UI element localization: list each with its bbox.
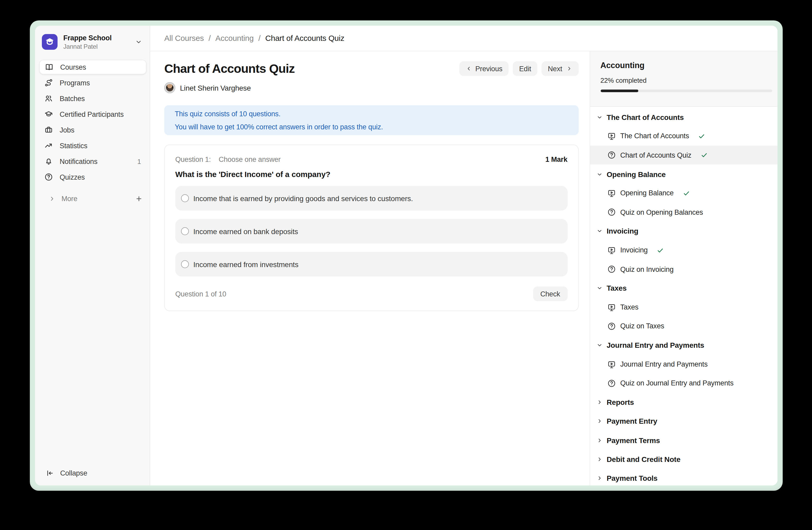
outline-chapter-payment-entry[interactable]: Payment Entry — [590, 412, 777, 431]
outline-lesson-the-chart-of-accounts[interactable]: The Chart of Accounts — [590, 127, 777, 146]
course-progress-label: 22% completed — [600, 76, 772, 84]
bell-icon — [44, 157, 53, 166]
sidebar-item-certified-participants[interactable]: Certified Participants — [39, 107, 146, 122]
outline-chapter-reports[interactable]: Reports — [590, 393, 777, 412]
check-icon — [683, 190, 690, 197]
outline-lesson-quiz-on-opening-balances[interactable]: Quiz on Opening Balances — [590, 203, 777, 222]
quiz-notice: This quiz consists of 10 questions. You … — [164, 105, 578, 135]
outline-lesson-quiz-on-journal-entry-and-payments[interactable]: Quiz on Journal Entry and Payments — [590, 374, 777, 393]
collapse-sidebar-icon — [46, 469, 54, 477]
outline-chapter-payment-tools[interactable]: Payment Tools — [590, 469, 777, 485]
more-label: More — [61, 195, 77, 203]
question-marks: 1 Mark — [546, 155, 567, 164]
previous-button[interactable]: Previous — [459, 61, 509, 76]
outline-chapter-debit-and-credit-note[interactable]: Debit and Credit Note — [590, 450, 777, 469]
breadcrumb: All Courses / Accounting / Chart of Acco… — [150, 25, 777, 51]
outline-chapter-payment-terms[interactable]: Payment Terms — [590, 431, 777, 450]
user-name: Jannat Patel — [63, 43, 129, 50]
outline-lesson-journal-entry-and-payments[interactable]: Journal Entry and Payments — [590, 355, 777, 374]
sidebar-item-statistics[interactable]: Statistics — [39, 138, 146, 153]
course-outline: Accounting 22% completed The Chart of Ac… — [589, 51, 777, 485]
lesson-label: Invoicing — [620, 246, 648, 254]
answer-option-label: Income earned on bank deposits — [193, 227, 298, 235]
sidebar-item-jobs[interactable]: Jobs — [39, 123, 146, 137]
outline-lesson-opening-balance[interactable]: Opening Balance — [590, 184, 777, 203]
chevron-right-icon — [48, 195, 55, 202]
sidebar-item-programs[interactable]: Programs — [39, 75, 146, 90]
author-name: Linet Sherin Varghese — [180, 84, 251, 92]
collapse-label: Collapse — [60, 469, 87, 477]
graduation-cap-icon — [44, 110, 53, 118]
course-title: Accounting — [600, 60, 772, 71]
question-number-label: Question 1: — [175, 155, 211, 164]
monitor-play-icon — [607, 360, 616, 368]
check-icon — [698, 132, 706, 140]
briefcase-icon — [44, 126, 53, 134]
chevron-down-icon[interactable] — [135, 38, 142, 45]
help-circle-icon — [607, 379, 616, 388]
outline-chapter-journal-entry-and-payments[interactable]: Journal Entry and Payments — [590, 336, 777, 355]
chapter-label: Journal Entry and Payments — [607, 341, 704, 349]
next-button[interactable]: Next — [541, 61, 578, 76]
lesson-label: Quiz on Taxes — [620, 322, 664, 330]
course-progress-fill — [600, 89, 638, 92]
answer-option-1[interactable]: Income that is earned by providing goods… — [175, 186, 567, 211]
users-icon — [44, 94, 53, 103]
author-row: Linet Sherin Varghese — [164, 82, 295, 93]
trending-up-icon — [44, 141, 53, 150]
radio-button[interactable] — [181, 227, 189, 235]
outline-chapter-taxes[interactable]: Taxes — [590, 279, 777, 298]
answer-option-label: Income earned from investments — [193, 260, 299, 268]
monitor-play-icon — [607, 303, 616, 311]
answer-option-2[interactable]: Income earned on bank deposits — [175, 219, 567, 243]
edit-button[interactable]: Edit — [513, 61, 538, 76]
sidebar-item-courses[interactable]: Courses — [39, 60, 146, 74]
frappe-school-logo-icon — [42, 34, 58, 50]
course-outline-header: Accounting 22% completed — [590, 51, 777, 107]
answer-option-label: Income that is earned by providing goods… — [193, 194, 413, 203]
sidebar-item-more[interactable]: More — [35, 191, 149, 206]
outline-lesson-quiz-on-taxes[interactable]: Quiz on Taxes — [590, 317, 777, 336]
chapter-label: Payment Terms — [607, 436, 660, 444]
outline-lesson-invoicing[interactable]: Invoicing — [590, 241, 777, 260]
add-icon[interactable] — [135, 195, 143, 203]
monitor-play-icon — [607, 246, 616, 254]
collapse-button[interactable]: Collapse — [35, 466, 149, 485]
page-title: Chart of Accounts Quiz — [164, 61, 295, 76]
breadcrumb-accounting[interactable]: Accounting — [215, 34, 253, 43]
notification-count-badge: 1 — [137, 157, 141, 165]
chapter-label: Payment Entry — [607, 417, 657, 426]
sidebar-item-label: Notifications — [60, 157, 97, 165]
notice-line: You will have to get 100% correct answer… — [175, 120, 568, 133]
chevron-right-icon — [566, 66, 572, 72]
outline-lesson-taxes[interactable]: Taxes — [590, 298, 777, 317]
chapter-label: Debit and Credit Note — [607, 455, 680, 463]
check-icon — [700, 151, 708, 159]
chevron-right-icon — [596, 418, 603, 424]
outline-chapter-opening-balance[interactable]: Opening Balance — [590, 165, 777, 184]
help-circle-icon — [44, 173, 53, 181]
check-button[interactable]: Check — [533, 287, 567, 301]
sidebar-item-batches[interactable]: Batches — [39, 91, 146, 106]
sidebar-item-notifications[interactable]: Notifications1 — [39, 154, 146, 169]
route-icon — [44, 79, 53, 87]
avatar — [164, 82, 175, 93]
lesson-label: Quiz on Opening Balances — [620, 208, 703, 216]
sidebar-item-quizzes[interactable]: Quizzes — [39, 170, 146, 184]
lesson-label: Taxes — [620, 303, 639, 311]
outline-lesson-chart-of-accounts-quiz[interactable]: Chart of Accounts Quiz — [590, 145, 777, 165]
outline-chapter-invoicing[interactable]: Invoicing — [590, 222, 777, 241]
outline-lesson-quiz-on-invoicing[interactable]: Quiz on Invoicing — [590, 260, 777, 279]
outline-chapter-the-chart-of-accounts[interactable]: The Chart of Accounts — [590, 108, 777, 127]
sidebar-item-label: Quizzes — [60, 173, 85, 181]
chapter-label: Reports — [607, 398, 634, 406]
school-name: Frappe School — [63, 34, 129, 42]
breadcrumb-all-courses[interactable]: All Courses — [164, 34, 204, 43]
notice-line: This quiz consists of 10 questions. — [175, 107, 568, 120]
lesson-label: Chart of Accounts Quiz — [620, 151, 692, 159]
course-outline-list: The Chart of AccountsThe Chart of Accoun… — [590, 107, 777, 485]
radio-button[interactable] — [181, 260, 189, 268]
radio-button[interactable] — [181, 194, 189, 202]
school-switcher[interactable]: Frappe School Jannat Patel — [35, 25, 149, 50]
answer-option-3[interactable]: Income earned from investments — [175, 252, 567, 277]
